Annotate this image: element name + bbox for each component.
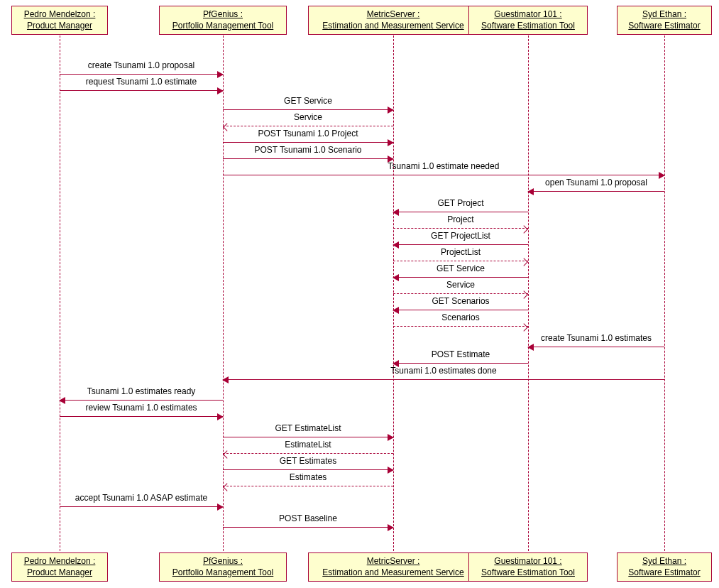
participant-role: Product Manager	[18, 21, 101, 32]
message-label: Service	[294, 112, 322, 122]
message-arrow	[223, 109, 393, 110]
message: Service	[393, 280, 528, 294]
message-arrow	[223, 486, 393, 486]
message-label: EstimateList	[285, 440, 331, 450]
message: accept Tsunami 1.0 ASAP estimate	[60, 493, 223, 507]
message-arrow	[60, 90, 223, 91]
message-label: GET Scenarios	[432, 296, 489, 306]
message-arrow	[60, 506, 223, 507]
participant-box: Syd Ethan :Software Estimator	[617, 6, 712, 35]
message-arrow	[223, 142, 393, 143]
participant-name: PfGenius :	[165, 556, 280, 567]
sequence-diagram: Pedro Mendelzon :Product ManagerPedro Me…	[0, 0, 719, 588]
lifeline	[60, 36, 60, 551]
message-arrow	[223, 469, 393, 470]
message-arrow	[393, 212, 528, 212]
message-arrow	[528, 191, 664, 192]
participant-role: Portfolio Management Tool	[165, 567, 280, 579]
message-arrow	[393, 244, 528, 245]
participant-box: Guestimator 101 :Software Estimation Too…	[468, 552, 588, 582]
participant-role: Software Estimator	[623, 567, 706, 579]
message-arrow	[223, 437, 393, 437]
message: POST Estimate	[393, 349, 528, 364]
participant-name: MetricServer :	[314, 9, 472, 21]
message: GET Project	[393, 198, 528, 212]
participant-name: Pedro Mendelzon :	[18, 9, 101, 21]
message: POST Tsunami 1.0 Project	[223, 129, 393, 143]
message-label: GET Project	[437, 198, 483, 208]
message: Estimates	[223, 472, 393, 486]
participant-role: Portfolio Management Tool	[165, 21, 280, 32]
participant-box: Guestimator 101 :Software Estimation Too…	[468, 6, 588, 35]
message-label: GET Service	[284, 96, 332, 106]
message: GET ProjectList	[393, 231, 528, 245]
message-label: GET ProjectList	[431, 231, 490, 241]
message-arrow	[393, 326, 528, 327]
participant-name: Guestimator 101 :	[475, 556, 581, 567]
lifeline	[528, 36, 529, 551]
message-label: GET EstimateList	[275, 423, 341, 433]
message-arrow	[223, 527, 393, 528]
message-arrow	[223, 379, 664, 380]
message-arrow	[393, 277, 528, 278]
message-arrow	[60, 74, 223, 75]
message-label: request Tsunami 1.0 estimate	[86, 77, 197, 87]
message-arrow	[223, 126, 393, 126]
participant-role: Software Estimation Tool	[475, 567, 581, 579]
message: GET Service	[223, 96, 393, 110]
participant-box: Pedro Mendelzon :Product Manager	[11, 552, 108, 582]
message-label: POST Tsunami 1.0 Scenario	[255, 145, 362, 155]
message-arrow	[223, 158, 393, 159]
message-label: accept Tsunami 1.0 ASAP estimate	[75, 493, 207, 503]
participant-role: Estimation and Measurement Service	[314, 567, 472, 579]
message-arrow	[223, 453, 393, 454]
participant-box: MetricServer :Estimation and Measurement…	[308, 6, 478, 35]
participant-name: PfGenius :	[165, 9, 280, 21]
message-arrow	[393, 293, 528, 294]
message: create Tsunami 1.0 proposal	[60, 60, 223, 75]
message: POST Baseline	[223, 513, 393, 528]
message-arrow	[393, 228, 528, 229]
participant-role: Product Manager	[18, 567, 101, 579]
message: ProjectList	[393, 247, 528, 261]
message: Service	[223, 112, 393, 126]
message-label: Scenarios	[441, 312, 479, 322]
message: Tsunami 1.0 estimate needed	[223, 161, 664, 175]
message-label: Estimates	[290, 472, 327, 482]
message-arrow	[393, 310, 528, 310]
message-label: create Tsunami 1.0 proposal	[88, 60, 195, 70]
participant-name: Syd Ethan :	[623, 556, 706, 567]
message: Tsunami 1.0 estimates done	[223, 366, 664, 380]
message-label: Project	[447, 214, 473, 224]
participant-role: Software Estimator	[623, 21, 706, 32]
message: Project	[393, 214, 528, 229]
participant-role: Software Estimation Tool	[475, 21, 581, 32]
participant-box: Pedro Mendelzon :Product Manager	[11, 6, 108, 35]
message: create Tsunami 1.0 estimates	[528, 333, 664, 347]
message-label: Tsunami 1.0 estimates done	[390, 366, 496, 376]
message: GET EstimateList	[223, 423, 393, 437]
message-label: ProjectList	[441, 247, 481, 257]
message-label: Tsunami 1.0 estimate needed	[388, 161, 500, 171]
message: EstimateList	[223, 440, 393, 454]
message-label: create Tsunami 1.0 estimates	[541, 333, 652, 343]
message-label: POST Tsunami 1.0 Project	[258, 129, 358, 138]
participant-box: PfGenius :Portfolio Management Tool	[159, 6, 287, 35]
participant-box: PfGenius :Portfolio Management Tool	[159, 552, 287, 582]
message-arrow	[528, 347, 664, 347]
message: open Tsunami 1.0 proposal	[528, 178, 664, 192]
message-label: Service	[446, 280, 475, 290]
participant-name: Syd Ethan :	[623, 9, 706, 21]
message-arrow	[393, 363, 528, 364]
message-arrow	[393, 261, 528, 261]
message-label: review Tsunami 1.0 estimates	[85, 403, 197, 413]
message: Tsunami 1.0 estimates ready	[60, 386, 223, 401]
message: GET Estimates	[223, 456, 393, 470]
message-label: GET Service	[437, 263, 485, 273]
message-arrow	[223, 175, 664, 175]
participant-box: MetricServer :Estimation and Measurement…	[308, 552, 478, 582]
participant-name: MetricServer :	[314, 556, 472, 567]
message: review Tsunami 1.0 estimates	[60, 403, 223, 417]
message: POST Tsunami 1.0 Scenario	[223, 145, 393, 159]
message-label: GET Estimates	[280, 456, 336, 466]
